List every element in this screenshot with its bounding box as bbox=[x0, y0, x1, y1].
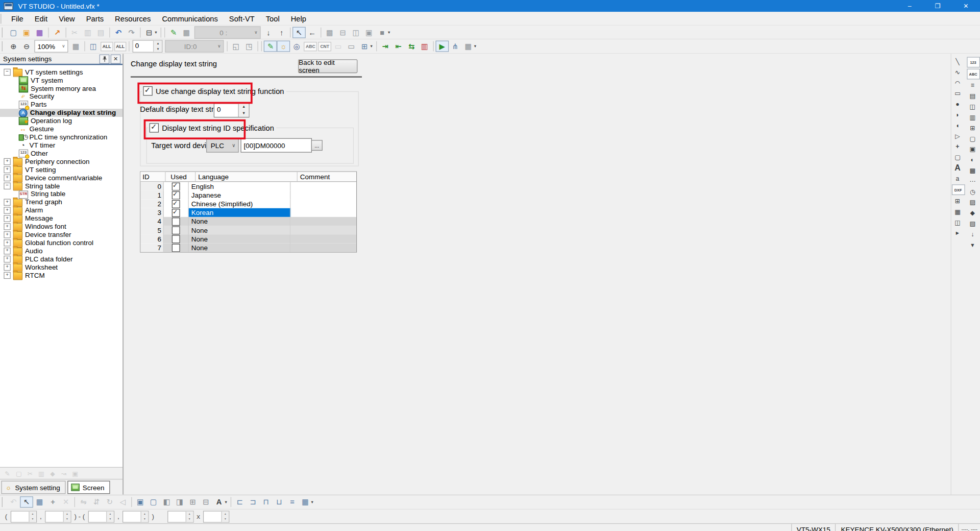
text-style-arrow-icon[interactable]: ▾ bbox=[223, 496, 229, 508]
device-address-input[interactable]: [00]DM00000 bbox=[240, 138, 312, 153]
spinner-buttons[interactable]: ▲▼ bbox=[238, 104, 249, 117]
tree-item-gesture[interactable]: Gesture bbox=[0, 125, 122, 133]
copy-icon[interactable]: ▥ bbox=[81, 27, 94, 38]
edit-item-icon[interactable]: ✎ bbox=[2, 469, 13, 478]
spin-down-icon[interactable]: ▼ bbox=[107, 516, 113, 521]
tile-horizontal-icon[interactable]: ⊟ bbox=[336, 27, 350, 38]
expand-icon[interactable]: + bbox=[4, 199, 10, 205]
use-function-checkbox[interactable] bbox=[143, 86, 152, 95]
draw-polygon-icon[interactable]: ▷ bbox=[951, 131, 963, 140]
grid-table-icon[interactable]: ▦ bbox=[951, 207, 963, 216]
spin-down-icon[interactable]: ▼ bbox=[64, 516, 70, 521]
verify-data-icon[interactable]: ⇆ bbox=[405, 41, 418, 52]
paste-icon[interactable]: ▤ bbox=[94, 27, 108, 38]
draw-ellipse-icon[interactable]: ◗ bbox=[951, 110, 963, 119]
cascade-windows-icon[interactable]: ▩ bbox=[323, 27, 336, 38]
tree-item-alarm[interactable]: +Alarm bbox=[0, 206, 122, 214]
spin-up-icon[interactable]: ▲ bbox=[154, 41, 162, 46]
tree-item-message[interactable]: +Message bbox=[0, 214, 122, 223]
expand-icon[interactable]: + bbox=[4, 248, 10, 254]
window-ref-icon[interactable]: ▭ bbox=[332, 41, 345, 52]
expand-icon[interactable]: + bbox=[4, 215, 10, 222]
used-checkbox[interactable] bbox=[172, 191, 180, 199]
cut-item-icon[interactable]: ✂ bbox=[24, 469, 36, 478]
graph-part-icon[interactable]: ▩ bbox=[967, 165, 978, 175]
close-button[interactable]: ✕ bbox=[952, 0, 980, 12]
sim-menu-arrow-icon[interactable]: ▾ bbox=[472, 41, 478, 52]
counter-cnt-icon[interactable]: CNT bbox=[318, 41, 331, 51]
draw-polyline-icon[interactable]: ∿ bbox=[951, 67, 963, 77]
tree-item-vt-system[interactable]: VT system bbox=[0, 76, 122, 84]
menu-communications[interactable]: Communications bbox=[156, 12, 223, 25]
expand-icon[interactable]: + bbox=[4, 207, 10, 213]
draw-arc-icon[interactable]: ◠ bbox=[951, 78, 963, 87]
more-parts-icon[interactable]: ⋯ bbox=[967, 176, 978, 185]
cell-used[interactable] bbox=[164, 208, 189, 217]
used-checkbox[interactable] bbox=[172, 226, 180, 234]
coord-x2-input[interactable]: ▲▼ bbox=[88, 511, 114, 522]
text-tool-icon[interactable]: A bbox=[951, 163, 963, 173]
spin-up-icon[interactable]: ▲ bbox=[222, 511, 229, 516]
used-checkbox[interactable] bbox=[172, 182, 180, 190]
window-split-icon[interactable]: ◱ bbox=[230, 41, 243, 52]
ungroup-icon[interactable]: ▢ bbox=[147, 496, 160, 508]
table-tool-icon[interactable]: ⊞ bbox=[951, 196, 963, 205]
window-grid-arrow-icon[interactable]: ▾ bbox=[369, 41, 374, 52]
draw-cross-icon[interactable]: + bbox=[951, 142, 963, 151]
tree-item-string-table-item[interactable]: String table bbox=[0, 190, 122, 198]
image-tool-icon[interactable]: ◫ bbox=[951, 218, 963, 227]
spin-up-icon[interactable]: ▲ bbox=[64, 511, 70, 516]
diamond-item-icon[interactable]: ◆ bbox=[47, 469, 58, 478]
window-menu-arrow-icon[interactable]: ▾ bbox=[386, 27, 392, 38]
cell-language[interactable]: None bbox=[189, 226, 291, 234]
grid-keyboard-icon[interactable]: ▦ bbox=[69, 41, 83, 52]
spinner-buttons[interactable]: ▲▼ bbox=[222, 511, 229, 522]
coord-y2-input[interactable]: ▲▼ bbox=[122, 511, 149, 522]
tree-item-vt-system-settings[interactable]: −VT system settings bbox=[0, 68, 122, 76]
menu-resources[interactable]: Resources bbox=[109, 12, 156, 25]
align-right-icon[interactable]: ⊐ bbox=[246, 496, 259, 508]
window-part-icon[interactable]: ⊞ bbox=[967, 123, 978, 132]
cell-used[interactable] bbox=[164, 234, 189, 243]
draw-rect-icon[interactable]: ▭ bbox=[951, 89, 963, 98]
select-window-icon[interactable]: ↖ bbox=[292, 27, 306, 38]
used-checkbox[interactable] bbox=[172, 200, 180, 208]
collapse-icon[interactable]: − bbox=[4, 183, 10, 189]
tree-item-trend-graph[interactable]: +Trend graph bbox=[0, 198, 122, 206]
align-left-icon[interactable]: ⊏ bbox=[233, 496, 247, 508]
cell-language[interactable]: None bbox=[189, 234, 291, 243]
tree-item-device-transfer[interactable]: +Device transfer bbox=[0, 231, 122, 239]
use-function-checkbox-row[interactable]: Use change display text string function bbox=[142, 86, 286, 95]
send-back-icon[interactable]: ◨ bbox=[173, 496, 186, 508]
used-checkbox[interactable] bbox=[172, 235, 180, 243]
cell-comment[interactable] bbox=[290, 190, 356, 199]
tree-item-plc-time-synchronization[interactable]: PLC time synchronization bbox=[0, 133, 122, 141]
new-file-icon[interactable]: ▢ bbox=[7, 27, 20, 38]
cell-language[interactable]: Chinese (Simplified) bbox=[189, 200, 291, 208]
transfer-system-icon[interactable]: ↗ bbox=[51, 27, 64, 38]
expand-icon[interactable]: + bbox=[4, 175, 10, 181]
spin-down-icon[interactable]: ▼ bbox=[239, 110, 249, 117]
undo-icon[interactable]: ↶ bbox=[112, 27, 125, 38]
table-row[interactable]: 2Chinese (Simplified) bbox=[141, 200, 356, 208]
capture-item-icon[interactable]: ▣ bbox=[69, 469, 81, 478]
tree-item-vt-timer[interactable]: VT timer bbox=[0, 141, 122, 150]
id-spec-checkbox[interactable] bbox=[150, 123, 159, 132]
download-part-icon[interactable]: ↓ bbox=[967, 229, 978, 238]
zoom-in-icon[interactable]: ⊕ bbox=[7, 41, 20, 52]
text-small-tool-icon[interactable]: a bbox=[951, 174, 963, 183]
shape-part-icon[interactable]: ◆ bbox=[967, 208, 978, 218]
cell-comment[interactable] bbox=[290, 208, 356, 217]
show-all-lower-icon[interactable]: ALL bbox=[114, 41, 127, 51]
size-height-input[interactable]: ▲▼ bbox=[203, 511, 229, 522]
tree-item-operation-log[interactable]: Operation log bbox=[0, 117, 122, 125]
bring-front-icon[interactable]: ◧ bbox=[160, 496, 173, 508]
tree-item-string-table[interactable]: −String table bbox=[0, 182, 122, 190]
tab-system-setting[interactable]: System setting bbox=[1, 481, 65, 494]
table-row[interactable]: 7None bbox=[141, 243, 356, 252]
tile-screens-icon[interactable]: ◫ bbox=[87, 41, 100, 52]
spin-down-icon[interactable]: ▼ bbox=[141, 516, 148, 521]
device-type-dropdown[interactable]: PLC ∨ bbox=[206, 138, 239, 153]
expand-icon[interactable]: + bbox=[4, 239, 10, 246]
pointer-undo-icon[interactable]: ↶ bbox=[7, 496, 20, 508]
